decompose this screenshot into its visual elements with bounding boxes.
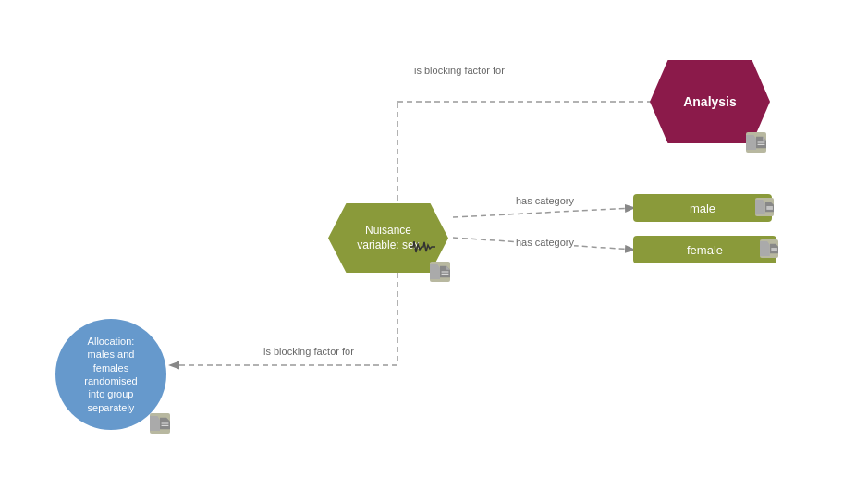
edge-label-has-category-female: has category: [516, 237, 574, 248]
male-doc-icon: [755, 198, 774, 216]
edge-label-blocking-up: is blocking factor for: [414, 65, 505, 76]
female-doc-icon: [760, 239, 778, 258]
edge-label-blocking-down: is blocking factor for: [263, 346, 354, 357]
male-label: male: [690, 202, 715, 215]
analysis-node[interactable]: Analysis: [650, 60, 770, 143]
edge-label-has-category-male: has category: [516, 195, 574, 206]
allocation-doc-icon: [150, 413, 170, 434]
svg-line-2: [453, 208, 633, 217]
allocation-node[interactable]: Allocation:males andfemalesrandomisedint…: [55, 319, 166, 430]
female-node[interactable]: female: [633, 236, 776, 263]
analysis-label: Analysis: [683, 94, 737, 109]
allocation-label: Allocation:males andfemalesrandomisedint…: [77, 327, 144, 422]
male-node[interactable]: male: [633, 194, 772, 222]
waveform-icon: [410, 238, 435, 255]
nuisance-variable-node[interactable]: Nuisancevariable: sex: [328, 203, 448, 273]
diagram-canvas: Nuisancevariable: sex Analysis: [0, 0, 868, 477]
female-label: female: [687, 243, 723, 257]
analysis-doc-icon: [746, 132, 766, 153]
nuisance-doc-icon: [430, 262, 450, 282]
